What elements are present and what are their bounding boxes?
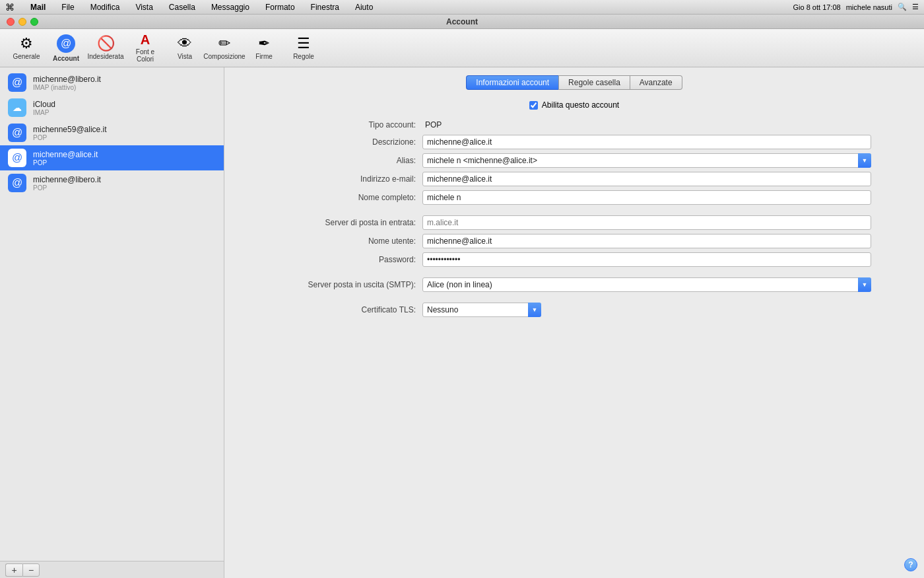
nome-label: Nome completo: <box>277 193 422 202</box>
vista-label: Vista <box>178 53 192 60</box>
menu-messaggio[interactable]: Messaggio <box>209 3 252 12</box>
tls-select[interactable]: Nessuno <box>422 303 541 317</box>
alias-select[interactable]: michele n <michenne@alice.it> <box>422 153 871 168</box>
help-button[interactable]: ? <box>904 558 917 571</box>
menu-vista[interactable]: Vista <box>133 3 155 12</box>
account-email-2: iCloud <box>33 100 55 109</box>
tab-regole-casella[interactable]: Regole casella <box>558 75 630 90</box>
account-icon: @ <box>57 34 75 53</box>
alias-label: Alias: <box>277 156 422 165</box>
account-text-4: michenne@alice.it POP <box>33 150 98 166</box>
descrizione-row: Descrizione: <box>277 135 871 149</box>
toolbar-vista[interactable]: 👁 Vista <box>166 32 203 65</box>
toolbar-composizione[interactable]: ✏ Composizione <box>206 32 243 65</box>
traffic-lights <box>7 18 38 26</box>
maximize-button[interactable] <box>30 18 38 26</box>
account-sub-1: IMAP (inattivo) <box>33 84 101 91</box>
account-sub-2: IMAP <box>33 109 55 116</box>
menu-modifica[interactable]: Modifica <box>88 3 123 12</box>
toolbar-firme[interactable]: ✒ Firme <box>246 32 282 65</box>
account-text-2: iCloud IMAP <box>33 100 55 116</box>
indesiderata-label: Indesiderata <box>87 53 123 60</box>
menubar: ⌘ Mail File Modifica Vista Casella Messa… <box>0 0 924 15</box>
regole-icon: ☰ <box>297 36 310 51</box>
toolbar-indesiderata[interactable]: 🚫 Indesiderata <box>87 32 124 65</box>
toolbar-regole[interactable]: ☰ Regole <box>285 32 322 65</box>
menu-casella[interactable]: Casella <box>166 3 198 12</box>
descrizione-label: Descrizione: <box>277 137 422 147</box>
nome-utente-input[interactable] <box>422 234 871 248</box>
menu-file[interactable]: File <box>59 3 77 12</box>
indirizzo-input[interactable] <box>422 172 871 186</box>
menu-formato[interactable]: Formato <box>263 3 298 12</box>
smtp-select[interactable]: Alice (non in linea) <box>422 277 871 292</box>
enable-account-row: Abilita questo account <box>238 100 911 110</box>
smtp-label: Server posta in uscita (SMTP): <box>277 280 422 289</box>
sidebar-item-michenne-libero-pop[interactable]: @ michenne@libero.it POP <box>0 170 224 196</box>
toolbar-account[interactable]: @ Account <box>48 32 84 65</box>
minimize-button[interactable] <box>18 18 26 26</box>
sidebar-footer: + − <box>0 561 224 578</box>
search-icon[interactable]: 🔍 <box>898 3 907 11</box>
close-button[interactable] <box>7 18 15 26</box>
server-entrata-label: Server di posta in entrata: <box>277 218 422 227</box>
content-area: Informazioni account Regole casella Avan… <box>224 67 924 578</box>
nome-utente-label: Nome utente: <box>277 236 422 246</box>
list-icon[interactable]: ☰ <box>912 3 919 11</box>
window-title: Account <box>446 17 478 26</box>
enable-account-checkbox[interactable] <box>529 101 538 110</box>
generale-label: Generale <box>13 53 40 60</box>
smtp-row: Server posta in uscita (SMTP): Alice (no… <box>277 277 871 292</box>
password-input[interactable] <box>422 252 871 267</box>
account-form: Tipo account: POP Descrizione: Alias: mi… <box>277 119 871 317</box>
add-account-button[interactable]: + <box>5 563 22 577</box>
generale-icon: ⚙ <box>20 36 33 51</box>
tls-select-wrapper: Nessuno ▼ <box>422 303 541 317</box>
tab-info-account[interactable]: Informazioni account <box>466 75 558 90</box>
tipo-account-value: POP <box>422 119 871 131</box>
account-email-3: michenne59@alice.it <box>33 125 107 134</box>
sidebar-item-michenne-libero-imap[interactable]: @ michenne@libero.it IMAP (inattivo) <box>0 70 224 95</box>
account-sub-3: POP <box>33 134 107 141</box>
sidebar-item-michenne59[interactable]: @ michenne59@alice.it POP <box>0 120 224 145</box>
toolbar-font-colori[interactable]: A Font e Colori <box>127 32 164 65</box>
tls-label: Certificato TLS: <box>277 305 422 314</box>
account-sub-4: POP <box>33 159 98 166</box>
accounts-list: @ michenne@libero.it IMAP (inattivo) ☁ i… <box>0 67 224 561</box>
account-email-5: michenne@libero.it <box>33 175 101 184</box>
firme-label: Firme <box>255 53 273 60</box>
sidebar-item-icloud[interactable]: ☁ iCloud IMAP <box>0 95 224 120</box>
server-entrata-row: Server di posta in entrata: <box>277 215 871 230</box>
account-email-1: michenne@libero.it <box>33 75 101 84</box>
menu-finestra[interactable]: Finestra <box>308 3 342 12</box>
account-text-5: michenne@libero.it POP <box>33 175 101 192</box>
tipo-account-row: Tipo account: POP <box>277 119 871 131</box>
account-text-1: michenne@libero.it IMAP (inattivo) <box>33 75 101 91</box>
account-icon-icloud: ☁ <box>8 98 26 117</box>
firme-icon: ✒ <box>258 36 270 51</box>
font-colori-icon: A <box>141 33 150 46</box>
remove-account-button[interactable]: − <box>22 563 40 577</box>
font-colori-label: Font e Colori <box>127 48 164 63</box>
smtp-select-wrapper: Alice (non in linea) ▼ <box>422 277 871 292</box>
menu-mail[interactable]: Mail <box>28 3 48 12</box>
main-layout: @ michenne@libero.it IMAP (inattivo) ☁ i… <box>0 67 924 578</box>
descrizione-input[interactable] <box>422 135 871 149</box>
account-sub-5: POP <box>33 184 101 192</box>
tab-avanzate[interactable]: Avanzate <box>630 75 682 90</box>
nome-input[interactable] <box>422 190 871 205</box>
apple-menu[interactable]: ⌘ <box>5 2 15 13</box>
sidebar: @ michenne@libero.it IMAP (inattivo) ☁ i… <box>0 67 224 578</box>
toolbar-generale[interactable]: ⚙ Generale <box>8 32 45 65</box>
menubar-right: Gio 8 ott 17:08 michele nasuti 🔍 ☰ <box>793 3 919 11</box>
datetime: Gio 8 ott 17:08 <box>793 3 841 11</box>
composizione-icon: ✏ <box>218 36 230 51</box>
account-icon-imap: @ <box>8 73 26 92</box>
username: michele nasuti <box>846 3 892 11</box>
nome-utente-row: Nome utente: <box>277 234 871 248</box>
sidebar-item-michenne-alice[interactable]: @ michenne@alice.it POP <box>0 145 224 170</box>
server-entrata-input[interactable] <box>422 215 871 230</box>
menu-aiuto[interactable]: Aiuto <box>352 3 376 12</box>
titlebar: Account <box>0 15 924 29</box>
indirizzo-label: Indirizzo e-mail: <box>277 174 422 184</box>
